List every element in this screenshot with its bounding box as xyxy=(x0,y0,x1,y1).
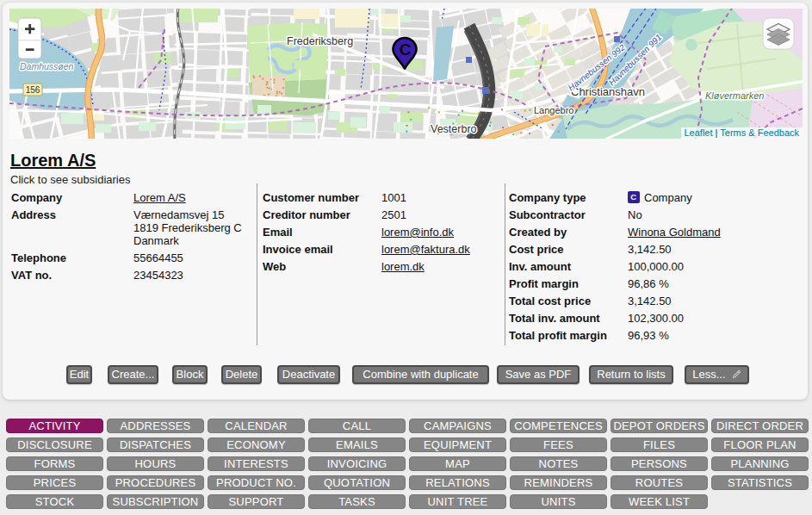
svg-text:Leaflet | Terms & Feedback: Leaflet | Terms & Feedback xyxy=(684,127,799,138)
svg-text:Kløvermarken: Kløvermarken xyxy=(705,90,764,101)
svg-text:156: 156 xyxy=(26,85,40,95)
svg-text:Vesterbro: Vesterbro xyxy=(431,123,477,135)
svg-text:Frederiksberg: Frederiksberg xyxy=(287,35,353,47)
svg-text:Langebro: Langebro xyxy=(534,105,574,115)
svg-text:Christianshavn: Christianshavn xyxy=(571,85,645,98)
svg-text:Damhussøen: Damhussøen xyxy=(20,61,74,71)
svg-text:C: C xyxy=(400,40,412,59)
